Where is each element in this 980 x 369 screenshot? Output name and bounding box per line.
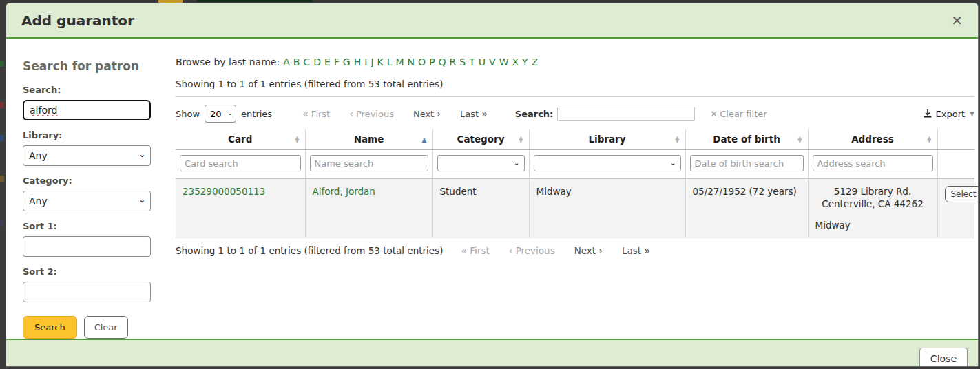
modal-body: Search for patron Search: Library: Any ⌄… — [6, 39, 978, 339]
background-fragment — [0, 102, 4, 108]
background-fragment — [0, 220, 4, 226]
export-button[interactable]: Export ▼ — [923, 109, 974, 119]
search-label: Search: — [23, 85, 170, 95]
modal-header: Add guarantor ✕ — [6, 3, 978, 39]
browse-letter-d[interactable]: D — [313, 56, 321, 67]
table-controls: Show 20 ⌄ entries « First ‹ Previous Nex… — [176, 105, 974, 123]
first-page-button[interactable]: « First — [461, 245, 489, 256]
divider — [176, 96, 974, 97]
browse-letter-c[interactable]: C — [303, 56, 310, 67]
column-header-date-of-birth[interactable]: Date of birth ▲▼ — [685, 129, 808, 150]
page-length-select[interactable]: 20 — [205, 105, 236, 123]
patron-results-table: Card ▲▼ Name ▲ Category ▲▼ Library — [176, 129, 974, 238]
browse-letter-k[interactable]: K — [377, 56, 384, 67]
browse-letter-e[interactable]: E — [324, 56, 331, 67]
column-header-library[interactable]: Library ▲▼ — [529, 129, 685, 150]
sort1-input[interactable] — [23, 236, 151, 257]
browse-letter-q[interactable]: Q — [439, 56, 446, 67]
library-filter-select[interactable] — [534, 155, 681, 171]
next-page-button[interactable]: Next › — [413, 108, 441, 119]
table-filter-row: ⌄ ⌄ — [176, 150, 974, 179]
search-button[interactable]: Search — [23, 316, 77, 339]
browse-letter-l[interactable]: L — [387, 56, 393, 67]
column-header-actions — [937, 129, 974, 150]
background-fragment — [0, 61, 4, 67]
entries-summary-top: Showing 1 to 1 of 1 entries (filtered fr… — [176, 78, 974, 89]
sort-icon: ▲▼ — [295, 136, 299, 143]
column-header-card[interactable]: Card ▲▼ — [176, 129, 305, 150]
browse-letter-h[interactable]: H — [354, 56, 362, 67]
next-page-button[interactable]: Next › — [574, 245, 603, 256]
browse-letter-i[interactable]: I — [364, 56, 367, 67]
pagination-bottom: « First ‹ Previous Next › Last » — [451, 245, 660, 256]
dob-filter-input[interactable] — [690, 155, 804, 171]
address-filter-input[interactable] — [813, 155, 933, 171]
export-label: Export — [936, 109, 966, 119]
column-header-name[interactable]: Name ▲ — [305, 129, 432, 150]
browse-letter-z[interactable]: Z — [532, 56, 539, 67]
column-header-category[interactable]: Category ▲▼ — [432, 129, 529, 150]
previous-page-button[interactable]: ‹ Previous — [349, 108, 394, 119]
table-row: 23529000050113 Alford, Jordan Student Mi… — [176, 178, 974, 238]
category-label: Category: — [23, 176, 170, 186]
sort2-label: Sort 2: — [23, 266, 170, 277]
caret-down-icon: ▼ — [970, 110, 974, 117]
clear-button[interactable]: Clear — [84, 316, 128, 339]
background-fragment — [0, 176, 4, 182]
sort-icon: ▲▼ — [675, 136, 679, 143]
download-icon — [923, 109, 932, 118]
clear-filter-x-icon: ✕ — [710, 109, 718, 119]
browse-letter-b[interactable]: B — [293, 56, 300, 67]
last-page-button[interactable]: Last » — [622, 245, 650, 256]
browse-letter-n[interactable]: N — [408, 56, 415, 67]
add-guarantor-modal: Add guarantor ✕ Search for patron Search… — [6, 3, 979, 367]
table-search-input[interactable] — [557, 107, 695, 121]
clear-filter-button[interactable]: ✕Clear filter — [710, 109, 767, 119]
name-filter-input[interactable] — [310, 155, 428, 171]
card-filter-input[interactable] — [180, 155, 301, 171]
sort-icon: ▲▼ — [797, 136, 802, 143]
browse-letter-w[interactable]: W — [499, 56, 509, 67]
patron-name-link[interactable]: Alford, Jordan — [313, 186, 375, 197]
entries-label: entries — [241, 109, 272, 119]
browse-letter-f[interactable]: F — [334, 56, 340, 67]
table-footer-bar: Showing 1 to 1 of 1 entries (filtered fr… — [176, 245, 974, 256]
browse-letter-u[interactable]: U — [479, 56, 486, 67]
close-button[interactable]: Close — [919, 348, 968, 368]
browse-letter-r[interactable]: R — [450, 56, 457, 67]
browse-letter-s[interactable]: S — [459, 56, 466, 67]
modal-title: Add guarantor — [21, 12, 134, 29]
browse-by-last-name: Browse by last name:ABCDEFGHIJKLMNOPQRST… — [176, 56, 974, 67]
table-search-label: Search: — [515, 109, 554, 119]
browse-letter-o[interactable]: O — [418, 56, 426, 67]
browse-letter-m[interactable]: M — [396, 56, 404, 67]
last-page-button[interactable]: Last » — [460, 108, 488, 119]
browse-letter-g[interactable]: G — [343, 56, 351, 67]
address-library-cell: Midway — [815, 220, 930, 231]
browse-letter-p[interactable]: P — [429, 56, 435, 67]
close-icon[interactable]: ✕ — [951, 14, 963, 28]
patron-search-input[interactable] — [23, 100, 151, 120]
library-label: Library: — [23, 130, 170, 140]
first-page-button[interactable]: « First — [302, 108, 330, 119]
category-filter-select[interactable] — [437, 155, 525, 171]
select-patron-button[interactable]: Select — [945, 186, 979, 202]
previous-page-button[interactable]: ‹ Previous — [509, 245, 555, 256]
sort2-input[interactable] — [23, 282, 151, 302]
browse-letter-v[interactable]: V — [489, 56, 496, 67]
browse-letter-x[interactable]: X — [512, 56, 519, 67]
card-number-link[interactable]: 23529000050113 — [183, 186, 265, 197]
library-select[interactable]: Any — [23, 145, 151, 166]
sort-icon: ▲▼ — [519, 136, 523, 143]
column-header-address[interactable]: Address ▲▼ — [808, 129, 937, 150]
pagination-top: « First ‹ Previous Next › Last » — [293, 108, 497, 119]
browse-letter-t[interactable]: T — [469, 56, 475, 67]
sort-icon: ▲▼ — [927, 136, 931, 143]
results-panel: Browse by last name:ABCDEFGHIJKLMNOPQRST… — [170, 39, 979, 339]
browse-letter-y[interactable]: Y — [522, 56, 528, 67]
browse-letter-j[interactable]: J — [371, 56, 373, 67]
address-cell: 5129 Library Rd. Centerville, CA 44262 — [815, 186, 930, 210]
browse-letter-a[interactable]: A — [283, 56, 290, 67]
background-fragment — [197, 0, 313, 2]
category-select[interactable]: Any — [23, 191, 151, 211]
